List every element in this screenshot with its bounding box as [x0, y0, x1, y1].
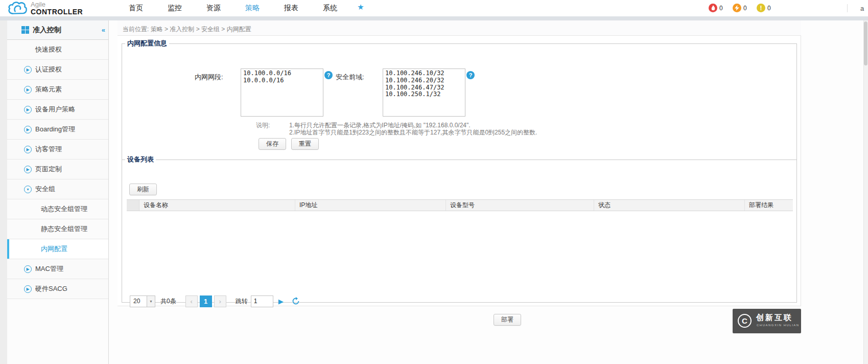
- intranet-config-section: 内网配置信息 内网网段: 10.100.0.0/16 10.0.0.0/16 ?…: [122, 39, 797, 164]
- device-table-body-empty: [127, 211, 793, 294]
- collapse-group-icon: ▼: [24, 186, 32, 193]
- page-size-value: 20: [130, 296, 147, 307]
- sidebar-item-auth-authorization[interactable]: ▶ 认证授权: [7, 60, 108, 80]
- device-list-section: 设备列表 刷新 设备名称 IP地址 设备型号 状态 部署结果 20 ▼ 共0条 …: [122, 155, 797, 303]
- left-gutter: [0, 20, 7, 364]
- sidebar: 准入控制 « 快速授权 ▶ 认证授权 ▶ 策略元素 ▶ 设备用户策略 ▶ Boa…: [7, 20, 109, 364]
- scrollbar-track[interactable]: [863, 20, 868, 364]
- sidebar-item-intranet-config[interactable]: 内网配置: [7, 239, 108, 259]
- column-ip-address[interactable]: IP地址: [295, 200, 446, 211]
- column-deploy-result[interactable]: 部署结果: [745, 200, 793, 211]
- alarm-minor[interactable]: ! 0: [757, 4, 771, 12]
- header-divider: [847, 4, 848, 12]
- grid-icon: [21, 26, 29, 34]
- sidebar-item-policy-elements[interactable]: ▶ 策略元素: [7, 80, 108, 100]
- expand-icon: ▶: [24, 86, 32, 94]
- help-icon[interactable]: ?: [466, 71, 475, 79]
- breadcrumb: 当前位置: 策略 > 准入控制 > 安全组 > 内网配置: [123, 25, 251, 34]
- device-table-header: 设备名称 IP地址 设备型号 状态 部署结果: [127, 199, 793, 211]
- major-alarm-icon: [733, 4, 741, 12]
- minor-alarm-count: 0: [767, 5, 771, 12]
- sidebar-item-device-user-policy[interactable]: ▶ 设备用户策略: [7, 100, 108, 120]
- sidebar-item-guest-management[interactable]: ▶ 访客管理: [7, 140, 108, 160]
- critical-alarm-count: 0: [719, 5, 723, 12]
- nav-resource[interactable]: 资源: [194, 4, 233, 13]
- jump-label: 跳转: [236, 297, 248, 306]
- sidebar-item-dynamic-security-group[interactable]: 动态安全组管理: [7, 199, 108, 219]
- column-device-name[interactable]: 设备名称: [139, 200, 295, 211]
- favorites-star-icon[interactable]: ★: [355, 3, 367, 12]
- expand-icon: ▶: [24, 265, 32, 273]
- top-header: Agile CONTROLLER 首页 监控 资源 策略 报表 系统 ★ 0 0: [0, 0, 868, 16]
- expand-icon: ▶: [24, 166, 32, 173]
- refresh-button[interactable]: 刷新: [129, 184, 157, 195]
- major-alarm-count: 0: [743, 5, 747, 12]
- sidebar-item-static-security-group[interactable]: 静态安全组管理: [7, 219, 108, 239]
- sidebar-header: 准入控制 «: [7, 20, 108, 40]
- app-logo: Agile CONTROLLER: [7, 1, 83, 15]
- sidebar-item-quick-authorization[interactable]: 快速授权: [7, 40, 108, 60]
- prev-page-button[interactable]: ‹: [185, 295, 198, 307]
- main-nav: 首页 监控 资源 策略 报表 系统: [116, 0, 349, 16]
- refresh-table-icon[interactable]: [292, 297, 300, 305]
- sidebar-item-security-group[interactable]: ▼ 安全组: [7, 179, 108, 199]
- collapse-sidebar-icon[interactable]: «: [102, 26, 105, 34]
- chevron-down-icon[interactable]: ▼: [147, 296, 155, 307]
- minor-alarm-icon: !: [757, 4, 765, 12]
- jump-page-input[interactable]: [251, 295, 273, 307]
- intranet-segment-label: 内网网段:: [195, 73, 223, 82]
- config-section-title: 内网配置信息: [125, 39, 169, 48]
- user-menu[interactable]: a: [860, 5, 864, 12]
- security-domain-label: 安全前域:: [336, 73, 364, 82]
- current-page-button[interactable]: 1: [200, 295, 212, 307]
- content-panel: 当前位置: 策略 > 准入控制 > 安全组 > 内网配置 内网配置信息 内网网段…: [118, 20, 801, 306]
- cloud-logo-icon: [7, 1, 28, 15]
- watermark-subtitle: CHUANGXIN HULIAN: [757, 324, 800, 327]
- total-count: 共0条: [160, 297, 176, 306]
- nav-policy[interactable]: 策略: [233, 4, 272, 13]
- sidebar-item-boarding-management[interactable]: ▶ Boarding管理: [7, 120, 108, 140]
- expand-icon: ▶: [24, 146, 32, 153]
- nav-system[interactable]: 系统: [311, 4, 349, 13]
- note-line-2: 2.IP地址首字节只能是1到223之间的整数且不能等于127,其余字节只能是0到…: [289, 128, 537, 137]
- expand-icon: ▶: [24, 126, 32, 133]
- nav-report[interactable]: 报表: [272, 4, 311, 13]
- watermark-title: 创新互联: [756, 313, 793, 323]
- watermark-badge: C 创新互联 CHUANGXIN HULIAN: [733, 309, 801, 333]
- deploy-button[interactable]: 部署: [494, 314, 521, 326]
- reset-button[interactable]: 重置: [291, 138, 319, 150]
- pagination-bar: 20 ▼ 共0条 ‹ 1 › 跳转 ▶: [130, 295, 300, 307]
- go-page-icon[interactable]: ▶: [278, 298, 284, 305]
- expand-icon: ▶: [24, 66, 32, 74]
- alarm-critical[interactable]: 0: [709, 4, 723, 12]
- save-button[interactable]: 保存: [259, 138, 286, 150]
- logo-text-bottom: CONTROLLER: [31, 8, 83, 16]
- nav-monitor[interactable]: 监控: [155, 4, 194, 13]
- select-all-column[interactable]: [127, 200, 139, 211]
- logo-text-top: Agile: [31, 1, 83, 8]
- page: Agile CONTROLLER 首页 监控 资源 策略 报表 系统 ★ 0 0: [0, 0, 868, 364]
- expand-icon: ▶: [24, 285, 32, 293]
- note-label: 说明:: [256, 121, 270, 130]
- breadcrumb-bar: 当前位置: 策略 > 准入控制 > 安全组 > 内网配置: [118, 20, 801, 36]
- security-domain-textarea[interactable]: 10.100.246.10/32 10.100.246.20/32 10.100…: [383, 69, 465, 117]
- alarm-major[interactable]: 0: [733, 4, 747, 12]
- device-section-title: 设备列表: [125, 155, 156, 164]
- critical-alarm-icon: [709, 4, 717, 12]
- nav-home[interactable]: 首页: [116, 4, 155, 13]
- sidebar-title: 准入控制: [33, 26, 61, 35]
- watermark-logo-icon: C: [738, 314, 752, 328]
- column-device-model[interactable]: 设备型号: [446, 200, 594, 211]
- intranet-segment-textarea[interactable]: 10.100.0.0/16 10.0.0.0/16: [241, 69, 323, 117]
- sidebar-item-mac-management[interactable]: ▶ MAC管理: [7, 259, 108, 279]
- expand-icon: ▶: [24, 106, 32, 113]
- column-status[interactable]: 状态: [594, 200, 745, 211]
- header-separator-band: [0, 16, 868, 20]
- sidebar-item-hardware-sacg[interactable]: ▶ 硬件SACG: [7, 279, 108, 299]
- page-size-select[interactable]: 20 ▼: [130, 295, 155, 307]
- help-icon[interactable]: ?: [324, 71, 333, 79]
- scrollbar-thumb[interactable]: [864, 21, 867, 65]
- sidebar-item-page-customization[interactable]: ▶ 页面定制: [7, 160, 108, 179]
- next-page-button[interactable]: ›: [214, 295, 226, 307]
